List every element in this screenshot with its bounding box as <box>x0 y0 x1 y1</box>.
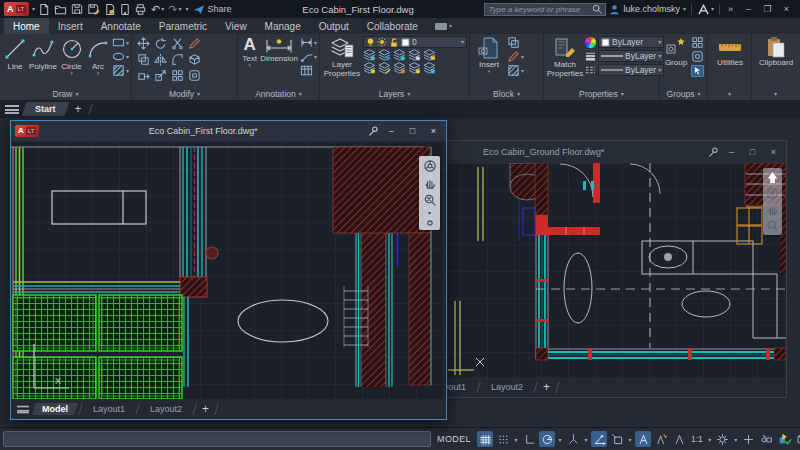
array-icon[interactable] <box>171 69 184 82</box>
scale-icon[interactable] <box>154 69 167 82</box>
customize-plus-button[interactable] <box>741 431 757 447</box>
restore-button[interactable]: ❐ <box>758 4 777 14</box>
search-icon[interactable] <box>592 4 602 14</box>
new-drawing-button[interactable]: + <box>72 102 85 116</box>
app-menu-caret[interactable]: ▾ <box>32 6 35 12</box>
tab-start[interactable]: Start <box>22 102 69 116</box>
isolate-objects-button[interactable] <box>759 431 775 447</box>
publish-icon[interactable] <box>120 3 130 16</box>
annotation-visibility-toggle[interactable] <box>635 431 651 447</box>
panel-label-block[interactable]: Block▾ <box>470 88 543 100</box>
new-layout-button[interactable]: + <box>540 380 553 394</box>
navigation-bar[interactable] <box>763 168 782 235</box>
trim-icon[interactable] <box>171 37 184 50</box>
redo-caret[interactable]: ▾ <box>179 6 182 12</box>
window1-close[interactable]: × <box>425 126 442 136</box>
copy-icon[interactable] <box>137 53 150 66</box>
tab-collaborate[interactable]: Collaborate <box>358 18 427 34</box>
redo-button[interactable]: ↷ <box>168 3 177 16</box>
new-layout-button[interactable]: + <box>199 402 212 416</box>
tab-insert[interactable]: Insert <box>49 18 92 34</box>
help-search-box[interactable] <box>484 3 606 16</box>
tab-parametric[interactable]: Parametric <box>150 18 216 34</box>
object-snap-tracking-toggle[interactable] <box>591 431 607 447</box>
isometric-drafting-toggle[interactable] <box>565 431 581 447</box>
app-menu-button[interactable]: A LT <box>4 2 29 16</box>
insert-flyout-caret[interactable]: ▾ <box>488 69 491 73</box>
new-file-icon[interactable] <box>38 3 50 16</box>
group-selection-toggle[interactable] <box>691 65 704 77</box>
rectangle-tool-icon[interactable] <box>112 36 125 49</box>
layer-unisolate-icon[interactable] <box>408 49 421 61</box>
close-button[interactable]: × <box>777 4 796 14</box>
zoom-extents-icon[interactable] <box>423 193 437 207</box>
steering-wheel-icon[interactable] <box>423 159 437 173</box>
attributes-caret[interactable]: ▾ <box>521 68 524 74</box>
zoom-icon[interactable] <box>766 219 779 232</box>
osnap-caret[interactable]: ▾ <box>627 436 633 443</box>
print-icon[interactable] <box>134 3 147 16</box>
line-tool[interactable]: Line <box>3 36 27 71</box>
scale-caret[interactable]: ▾ <box>707 436 713 443</box>
dimension-style-icon[interactable] <box>300 36 313 49</box>
tab-view[interactable]: View <box>216 18 256 34</box>
hatch-caret[interactable]: ▾ <box>126 68 129 74</box>
qat-customize-caret[interactable]: ▾ <box>186 6 189 12</box>
tab-layout2[interactable]: Layout2 <box>140 403 192 415</box>
linetype-dropdown[interactable]: ByLayer ▾ <box>598 64 664 76</box>
save-icon[interactable] <box>71 3 83 15</box>
navbar-options-icon[interactable] <box>426 219 434 227</box>
table-icon[interactable] <box>300 64 313 77</box>
tab-manage[interactable]: Manage <box>256 18 310 34</box>
polar-caret[interactable]: ▾ <box>557 436 563 443</box>
undo-button[interactable]: ↶ <box>151 3 160 16</box>
leader-icon[interactable] <box>300 50 313 63</box>
plot-icon[interactable] <box>104 3 116 16</box>
graphics-performance-button[interactable] <box>777 431 793 447</box>
isodraft-caret[interactable]: ▾ <box>583 436 589 443</box>
panel-label-properties[interactable]: Properties▾ <box>544 88 659 100</box>
leader-caret[interactable]: ▾ <box>314 54 317 60</box>
ellipse-caret[interactable]: ▾ <box>126 54 129 60</box>
polar-tracking-toggle[interactable] <box>539 431 555 447</box>
annotation-scale-sync-toggle[interactable] <box>671 431 687 447</box>
search-input[interactable] <box>488 5 590 14</box>
snap-toggle[interactable] <box>495 431 511 447</box>
stretch-icon[interactable] <box>137 69 150 82</box>
object-color-dropdown[interactable]: ByLayer ▾ <box>598 36 664 48</box>
layer-make-current-icon[interactable] <box>363 62 376 74</box>
group-button[interactable]: Group <box>663 36 689 67</box>
layer-walk-icon[interactable] <box>408 62 421 74</box>
window2-maximize[interactable]: □ <box>744 147 761 157</box>
workspace-gear-button[interactable] <box>715 431 731 447</box>
dim-caret[interactable]: ▾ <box>314 40 317 46</box>
tab-home[interactable]: Home <box>4 18 49 34</box>
polyline-tool[interactable]: Polyline <box>29 36 57 71</box>
minimize-button[interactable]: – <box>739 4 758 14</box>
layout-menu-icon[interactable] <box>17 405 29 413</box>
first-floor-plan[interactable]: X <box>11 141 446 399</box>
edit-block-icon[interactable] <box>507 50 520 63</box>
annotation-scale-value[interactable]: 1:1 <box>689 434 705 444</box>
save-as-icon[interactable] <box>87 3 100 16</box>
insert-block-button[interactable]: Insert ▾ <box>473 36 505 73</box>
arc-flyout-caret[interactable]: ▾ <box>97 71 100 75</box>
window1-titlebar[interactable]: A LT Eco Cabin_First Floor.dwg* – □ × <box>11 121 446 141</box>
layer-off-icon[interactable] <box>393 49 406 61</box>
group-edit-icon[interactable] <box>691 50 704 63</box>
zoom-flyout-caret[interactable]: ▾ <box>428 210 431 216</box>
clean-screen-button[interactable] <box>795 431 800 447</box>
panel-label-groups[interactable]: Groups▾ <box>660 88 707 100</box>
rectangle-caret[interactable]: ▾ <box>126 40 129 46</box>
block-attributes-icon[interactable] <box>507 64 520 77</box>
tab-layout2[interactable]: Layout2 <box>481 381 533 393</box>
layer-isolate-icon[interactable] <box>363 49 376 61</box>
clipboard-button[interactable]: Clipboard <box>755 36 797 67</box>
window1-minimize[interactable]: – <box>383 126 400 136</box>
panel-label-clipboard[interactable]: ▾ <box>752 88 799 100</box>
pin-icon[interactable] <box>367 125 379 137</box>
ribbon-display-toggle[interactable]: ▾ <box>427 18 460 34</box>
layer-match-icon[interactable] <box>378 62 391 74</box>
workspace-caret[interactable]: ▾ <box>733 436 739 443</box>
erase-icon[interactable] <box>188 37 201 50</box>
